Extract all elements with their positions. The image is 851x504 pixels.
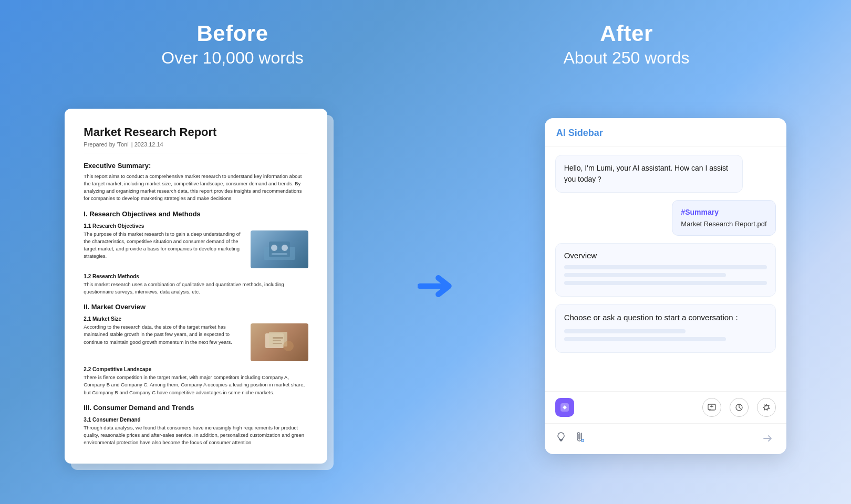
direction-arrow: [418, 270, 454, 302]
doc-subsection-title-1-1: 1.1 Research Objectives: [84, 223, 308, 229]
skeleton-line-4: [564, 329, 686, 333]
hashtag-label: #Summary: [681, 207, 766, 218]
doc-title: Market Research Report: [84, 125, 308, 139]
attach-icon[interactable]: [574, 431, 586, 445]
doc-meta: Prepared by 'Toni' | 2023.12.14: [84, 141, 308, 153]
doc-body-1-2: This market research uses a combination …: [84, 281, 308, 296]
input-icons-left: [555, 431, 586, 445]
doc-row-1-1: The purpose of this market research is t…: [84, 230, 308, 268]
doc-subsection-title-1-2: 1.2 Research Methods: [84, 274, 308, 279]
after-subtitle: About 250 words: [563, 48, 689, 68]
doc-row-2-1: According to the research data, the size…: [84, 323, 308, 361]
svg-point-10: [283, 341, 294, 351]
chat-input-area[interactable]: [586, 430, 759, 447]
lumi-icon[interactable]: [555, 398, 574, 417]
overview-bubble: Overview: [555, 243, 776, 297]
doc-img-office-inner: [251, 230, 308, 268]
after-title: After: [600, 21, 653, 46]
user-summary-bubble: #Summary Market Research Report.pdf: [672, 200, 775, 236]
settings-button[interactable]: [757, 398, 776, 417]
doc-body-3-1: Through data analysis, we found that con…: [84, 424, 308, 447]
input-row[interactable]: [545, 423, 786, 454]
doc-subsection-2-1: 2.1 Market Size According to the researc…: [84, 316, 308, 361]
svg-point-3: [282, 245, 288, 251]
doc-subsection-3-1: 3.1 Consumer Demand Through data analysi…: [84, 417, 308, 447]
doc-body-2-2: There is fierce competition in the targe…: [84, 374, 308, 396]
file-name: Market Research Report.pdf: [681, 219, 766, 229]
doc-body-2-1: According to the research data, the size…: [84, 323, 244, 346]
svg-rect-4: [272, 253, 287, 255]
doc-subsection-2-2: 2.2 Competitive Landscape There is fierc…: [84, 366, 308, 396]
overview-title: Overview: [564, 251, 767, 260]
arrow-container: [415, 270, 457, 302]
ai-sidebar-panel: AI Sidebar Hello, I'm Lumi, your AI assi…: [545, 118, 786, 454]
svg-rect-9: [273, 343, 282, 344]
doc-body-1-1: The purpose of this market research is t…: [84, 230, 244, 260]
document-wrapper: Market Research Report Prepared by 'Toni…: [65, 109, 327, 464]
skeleton-line-5: [564, 337, 727, 341]
document-card: Market Research Report Prepared by 'Toni…: [65, 109, 327, 464]
greeting-bubble: Hello, I'm Lumi, your AI assistant. How …: [555, 155, 743, 193]
ai-sidebar-header: AI Sidebar: [545, 118, 786, 146]
doc-subsection-1-2: 1.2 Research Methods This market researc…: [84, 274, 308, 296]
svg-point-2: [271, 245, 277, 251]
skeleton-line-2: [564, 273, 727, 277]
doc-image-office: [251, 230, 308, 268]
send-button[interactable]: [759, 430, 776, 447]
ai-sidebar-body: Hello, I'm Lumi, your AI assistant. How …: [545, 146, 786, 391]
history-button[interactable]: [730, 398, 749, 417]
svg-rect-7: [273, 337, 283, 339]
before-header: Before Over 10,000 words: [161, 21, 303, 68]
new-chat-button[interactable]: [702, 398, 721, 417]
lightbulb-icon[interactable]: [555, 431, 567, 445]
svg-point-12: [564, 406, 566, 408]
skeleton-line-1: [564, 265, 767, 269]
svg-rect-18: [559, 439, 563, 440]
svg-rect-19: [560, 440, 562, 442]
before-title: Before: [197, 21, 268, 46]
conversation-prompt: Choose or ask a question to start a conv…: [564, 312, 767, 324]
before-subtitle: Over 10,000 words: [161, 48, 303, 68]
footer-icons-row[interactable]: [545, 391, 786, 423]
doc-subsection-1-1: 1.1 Research Objectives The purpose of t…: [84, 223, 308, 268]
question-bubble: Choose or ask a question to start a conv…: [555, 304, 776, 353]
doc-section-consumer: III. Consumer Demand and Trends: [84, 404, 308, 412]
doc-section-market: II. Market Overview: [84, 303, 308, 311]
main-content: Market Research Report Prepared by 'Toni…: [32, 83, 819, 488]
svg-rect-8: [273, 340, 281, 341]
skeleton-line-3: [564, 281, 767, 285]
doc-subsection-title-3-1: 3.1 Consumer Demand: [84, 417, 308, 423]
doc-subsection-title-2-1: 2.1 Market Size: [84, 316, 308, 322]
ai-sidebar-title: AI Sidebar: [556, 128, 603, 138]
svg-marker-17: [763, 404, 770, 411]
doc-img-papers-inner: [251, 323, 308, 361]
doc-section-executive: Executive Summary:: [84, 162, 308, 170]
doc-subsection-title-2-2: 2.2 Competitive Landscape: [84, 366, 308, 372]
doc-section-research: I. Research Objectives and Methods: [84, 210, 308, 218]
footer-icons-right: [702, 398, 776, 417]
after-header: After About 250 words: [563, 21, 689, 68]
doc-image-papers: [251, 323, 308, 361]
header-section: Before Over 10,000 words After About 250…: [32, 21, 819, 68]
greeting-text: Hello, I'm Lumi, your AI assistant. How …: [564, 164, 728, 183]
doc-body-executive: This report aims to conduct a comprehens…: [84, 173, 308, 203]
